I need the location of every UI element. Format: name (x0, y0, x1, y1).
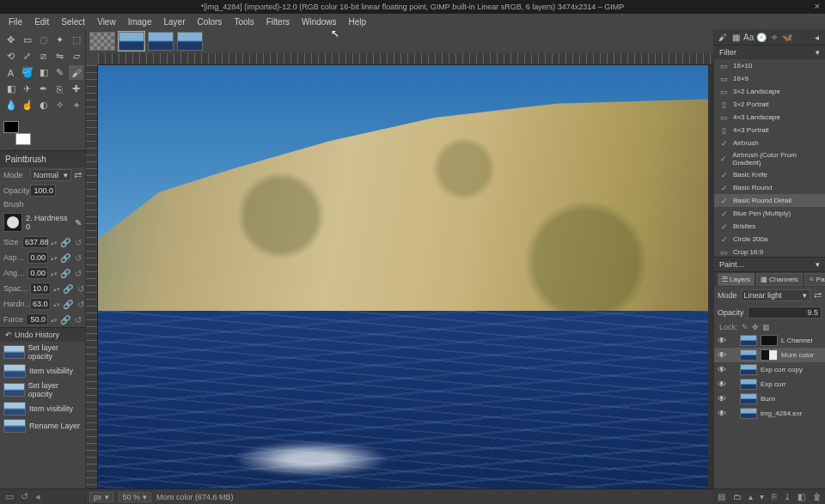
undo-history-item[interactable]: Item visibility (0, 362, 85, 380)
brushes-tab-icon[interactable]: 🖌 (718, 33, 728, 42)
opacity-value[interactable]: 100.0 (30, 185, 56, 197)
layer-mask-thumb[interactable] (761, 335, 778, 346)
layer-item[interactable]: 👁Exp corr (714, 377, 825, 392)
tool-perspective[interactable]: ▱ (69, 49, 83, 64)
tool-smudge[interactable]: ☝ (20, 98, 34, 112)
visibility-icon[interactable]: 👁 (718, 350, 726, 360)
tool-crop[interactable]: ⬚ (69, 33, 83, 47)
spacing-reset-icon[interactable]: ↺ (77, 284, 84, 294)
tool-dodge[interactable]: ◐ (36, 98, 51, 112)
layer-mode-select[interactable]: Linear light▾ (741, 289, 810, 301)
brush-preset-item[interactable]: ▭3×2 Landscape (714, 85, 825, 98)
force-reset-icon[interactable]: ↺ (75, 315, 82, 325)
menu-image[interactable]: Image (123, 15, 157, 28)
patterns-tab-icon[interactable]: ▦ (730, 33, 741, 42)
tool-rect-select[interactable]: ▭ (20, 33, 34, 47)
tool-paths[interactable]: ✧ (52, 98, 67, 112)
tool-bucket[interactable]: 🪣 (20, 65, 34, 80)
lock-pixels-icon[interactable]: ✎ (742, 323, 749, 331)
brush-preview[interactable]: 2. Hardness 0 ✎ (0, 210, 85, 234)
tool-text[interactable]: A (3, 65, 18, 80)
ruler-horizontal[interactable] (98, 53, 713, 65)
brush-preset-item[interactable]: ✓Airbrush (714, 137, 825, 149)
visibility-icon[interactable]: 👁 (718, 365, 726, 374)
size-value[interactable]: 637.88 (22, 236, 48, 248)
layer-item[interactable]: 👁Burn (714, 392, 825, 406)
tool-presets-tab-icon[interactable]: 🦋 (782, 33, 792, 42)
brush-preset-item[interactable]: ▭16×9 (714, 72, 825, 85)
brush-preset-item[interactable]: ▯3×2 Portrait (714, 98, 825, 111)
paths-tab-icon[interactable]: ✧ (769, 33, 779, 42)
tool-move[interactable]: ✥ (3, 33, 18, 47)
tool-blur[interactable]: 💧 (3, 98, 18, 112)
tab-layers[interactable]: ☰Layers (718, 273, 755, 286)
brush-edit-icon[interactable]: ✎ (75, 218, 82, 228)
tool-gradient[interactable]: ◧ (36, 65, 51, 80)
brush-preset-item[interactable]: ▭16×10 (714, 59, 825, 72)
force-spinner[interactable]: ▴▾ (51, 318, 56, 322)
tool-shear[interactable]: ⧄ (36, 49, 51, 64)
spacing-link-icon[interactable]: 🔗 (63, 284, 73, 294)
aspect-reset-icon[interactable]: ↺ (75, 253, 82, 263)
canvas[interactable] (98, 65, 713, 489)
tool-free-select[interactable]: ◌ (36, 33, 51, 47)
scrollbar-vertical[interactable] (708, 65, 713, 489)
layer-thumb[interactable] (740, 349, 757, 361)
dock-menu-icon[interactable]: ◂ (811, 33, 822, 42)
fg-bg-colors[interactable] (3, 121, 34, 145)
brush-preset-item[interactable]: ✓Blue Pen (Multiply) (714, 207, 825, 220)
reset-icon[interactable]: ↺ (21, 491, 28, 502)
ruler-vertical[interactable] (86, 65, 98, 489)
tool-color-picker[interactable]: ⌖ (69, 98, 83, 112)
hardness-spinner[interactable]: ▴▾ (53, 302, 58, 307)
tool-rotate[interactable]: ⟲ (3, 49, 18, 64)
new-layer-icon[interactable]: ▤ (718, 492, 725, 501)
paint-dynamics-row[interactable]: Paint… ▾ (714, 257, 825, 271)
tab-channels[interactable]: ▦Channels (756, 273, 803, 286)
brush-preset-item[interactable]: ▭4×3 Landscape (714, 111, 825, 124)
mode-select[interactable]: Normal▾ (30, 169, 71, 181)
chevron-left-icon[interactable]: ◂ (35, 491, 40, 502)
layer-item[interactable]: 👁img_4284.exr (714, 406, 825, 421)
layer-thumb[interactable] (740, 393, 757, 404)
layer-item[interactable]: 👁Exp corr copy (714, 362, 825, 377)
hardness-link-icon[interactable]: 🔗 (63, 300, 73, 309)
tool-heal[interactable]: ✚ (69, 82, 83, 96)
tool-fuzzy-select[interactable]: ✦ (52, 33, 67, 47)
menu-colors[interactable]: Colors (192, 15, 227, 28)
duplicate-layer-icon[interactable]: ⎘ (772, 492, 777, 501)
merge-down-icon[interactable]: ⤓ (784, 492, 791, 501)
brush-preset-item[interactable]: ✓Airbrush (Color From Gradient) (714, 149, 825, 168)
brush-preset-item[interactable]: ✓Circle 200a (714, 233, 825, 246)
lock-position-icon[interactable]: ✥ (752, 323, 759, 331)
fg-color-swatch[interactable] (3, 121, 19, 133)
lower-layer-icon[interactable]: ▾ (760, 492, 764, 501)
aspect-value[interactable]: 0.00 (28, 252, 48, 264)
lock-alpha-icon[interactable]: ▦ (762, 323, 770, 331)
menu-help[interactable]: Help (344, 15, 372, 28)
layer-thumb[interactable] (740, 379, 757, 390)
hardness-value[interactable]: 63.0 (30, 298, 51, 310)
undo-history-item[interactable]: Item visibility (0, 400, 85, 417)
layer-opacity-value[interactable]: 9.5 (748, 307, 822, 319)
tool-pencil[interactable]: ✎ (52, 65, 67, 80)
spacing-value[interactable]: 10.0 (30, 282, 51, 295)
tool-paintbrush[interactable]: 🖌 (69, 65, 83, 80)
mode-toggle-icon[interactable]: ⮂ (814, 291, 822, 300)
undo-history-item[interactable]: Rename Layer (0, 417, 85, 434)
visibility-icon[interactable]: 👁 (718, 409, 726, 418)
force-link-icon[interactable]: 🔗 (60, 315, 70, 325)
raise-layer-icon[interactable]: ▴ (749, 492, 753, 501)
tool-ink[interactable]: ✒ (36, 82, 51, 96)
visibility-icon[interactable]: 👁 (718, 394, 726, 404)
menu-view[interactable]: View (92, 15, 121, 28)
unit-select[interactable]: px▾ (89, 492, 113, 502)
layer-item[interactable]: 👁More color (714, 348, 825, 362)
menu-layer[interactable]: Layer (158, 15, 190, 28)
mask-icon[interactable]: ◧ (798, 492, 805, 501)
angle-spinner[interactable]: ▴▾ (51, 271, 56, 276)
tool-flip[interactable]: ⇋ (52, 49, 67, 64)
layer-mask-thumb[interactable] (761, 349, 778, 361)
brush-swatch[interactable] (3, 213, 22, 232)
tab-paths[interactable]: ✧Paths (804, 273, 825, 286)
